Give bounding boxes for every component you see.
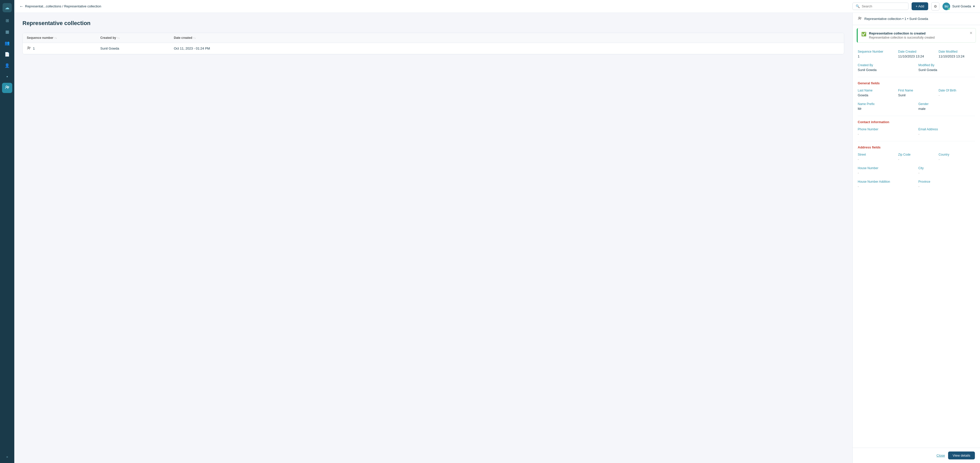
field-province: Province - xyxy=(918,180,975,188)
field-house-number: House Number - xyxy=(858,166,915,175)
meta-fields-row-2: Created By Sunil Gowda Modified By Sunil… xyxy=(858,63,975,72)
data-table: Sequence number ↑↓ Created by ↑↓ Date cr… xyxy=(22,33,844,54)
cell-sequence-number: 1 xyxy=(27,46,98,51)
field-label-city: City xyxy=(918,166,975,170)
field-value-first-name: Sunil xyxy=(898,93,934,97)
field-house-number-addition: House Number Addition - xyxy=(858,180,915,188)
sidebar-item-chart[interactable]: ▦ xyxy=(2,27,12,37)
back-button[interactable]: ← Representat...collections / Representa… xyxy=(19,4,101,9)
sidebar-item-dashboard[interactable]: ⊞ xyxy=(2,15,12,26)
field-value-date-modified: 11/10/2023 13:24 xyxy=(939,54,975,58)
sidebar: ☁ ⊞ ▦ 👥 📄 👤 ▪ » xyxy=(0,0,14,463)
user-name: Sunil Gowda xyxy=(952,4,971,8)
field-label-phone-number: Phone Number xyxy=(858,128,915,131)
table-row[interactable]: 1 Sunil Gowda Oct 11, 2023 - 01:24 PM xyxy=(23,43,844,54)
field-value-date-created: 11/10/2023 13:24 xyxy=(898,54,934,58)
sort-icon-sequence[interactable]: ↑↓ xyxy=(54,37,57,39)
app-logo[interactable]: ☁ xyxy=(3,3,12,12)
field-value-last-name: Gowda xyxy=(858,93,894,97)
close-button[interactable]: Close xyxy=(937,453,945,457)
field-value-house-number: - xyxy=(858,171,915,175)
field-value-province: - xyxy=(918,185,975,188)
content-split: Representative collection Sequence numbe… xyxy=(14,13,980,463)
search-bar[interactable]: 🔍 xyxy=(852,3,908,10)
dashboard-icon: ⊞ xyxy=(6,18,9,23)
svg-point-5 xyxy=(860,18,861,18)
field-label-date-modified: Date Modified xyxy=(939,50,975,53)
representative-icon xyxy=(5,85,10,91)
field-label-house-number-addition: House Number Addition xyxy=(858,180,915,184)
sidebar-item-person[interactable]: 👤 xyxy=(2,60,12,70)
field-last-name: Last Name Gowda xyxy=(858,89,894,97)
general-fields-row-2: Name Prefix Mr Gender male xyxy=(858,102,975,111)
field-email-address: Email Address - xyxy=(918,128,975,136)
panel-header-title: Representative collection • 1 • Sunil Go… xyxy=(864,17,928,21)
settings-button[interactable]: ⚙ xyxy=(931,2,939,11)
sidebar-expand-bottom[interactable]: » xyxy=(2,454,12,460)
field-value-phone-number: - xyxy=(858,132,915,136)
field-first-name: First Name Sunil xyxy=(898,89,934,97)
field-sequence-number: Sequence Number 1 xyxy=(858,50,894,58)
settings-icon: ⚙ xyxy=(934,4,937,8)
chart-icon: ▦ xyxy=(5,29,9,34)
address-fields-row-1: Street - Zip Code - Country - xyxy=(858,153,975,161)
sidebar-item-data[interactable]: ▪ xyxy=(2,72,12,82)
users-icon: 👥 xyxy=(5,41,10,45)
sort-icon-date-created[interactable]: ↑↓ xyxy=(193,37,196,39)
field-label-created-by: Created By xyxy=(858,63,915,67)
field-date-modified: Date Modified 11/10/2023 13:24 xyxy=(939,50,975,58)
toast-content: Representative collection is created Rep… xyxy=(869,32,972,39)
contact-fields-row: Phone Number - Email Address - xyxy=(858,128,975,136)
field-value-house-number-addition: - xyxy=(858,185,915,188)
th-date-created: Date created ↑↓ xyxy=(174,36,245,40)
field-value-email-address: - xyxy=(918,132,975,136)
svg-point-2 xyxy=(28,47,29,48)
field-date-created: Date Created 11/10/2023 13:24 xyxy=(898,50,934,58)
sidebar-item-users[interactable]: 👥 xyxy=(2,38,12,48)
user-menu[interactable]: SU Sunil Gowda ▾ xyxy=(942,3,975,10)
field-value-created-by: Sunil Gowda xyxy=(858,68,915,72)
meta-fields-row-1: Sequence Number 1 Date Created 11/10/202… xyxy=(858,50,975,58)
sort-icon-created-by[interactable]: ↑↓ xyxy=(117,37,120,39)
field-value-city: - xyxy=(918,171,975,175)
back-arrow-icon: ← xyxy=(19,4,24,9)
field-label-gender: Gender xyxy=(918,102,975,106)
svg-point-1 xyxy=(8,86,9,88)
toast-subtitle: Representative collection is successfull… xyxy=(869,36,972,39)
cell-created-by: Sunil Gowda xyxy=(100,46,172,50)
th-extra xyxy=(247,36,840,40)
field-value-zip-code: - xyxy=(898,157,934,161)
sidebar-item-documents[interactable]: 📄 xyxy=(2,49,12,59)
field-created-by: Created By Sunil Gowda xyxy=(858,63,915,72)
data-icon: ▪ xyxy=(6,74,8,79)
main-wrapper: ← Representat...collections / Representa… xyxy=(14,0,980,463)
section-title-address: Address fields xyxy=(858,145,975,149)
sidebar-item-representative[interactable] xyxy=(2,83,12,93)
divider-address xyxy=(858,141,975,141)
field-date-of-birth: Date Of Birth - xyxy=(939,89,975,97)
topbar: ← Representat...collections / Representa… xyxy=(14,0,980,13)
svg-point-3 xyxy=(29,47,30,48)
toast-success-icon: ✅ xyxy=(861,32,866,37)
field-label-sequence-number: Sequence Number xyxy=(858,50,894,53)
table-header: Sequence number ↑↓ Created by ↑↓ Date cr… xyxy=(23,33,844,43)
divider-general xyxy=(858,77,975,77)
general-fields-row-1: Last Name Gowda First Name Sunil Date Of… xyxy=(858,89,975,97)
field-value-street: - xyxy=(858,157,894,161)
field-phone-number: Phone Number - xyxy=(858,128,915,136)
field-modified-by: Modified By Sunil Gowda xyxy=(918,63,975,72)
online-indicator xyxy=(948,8,950,10)
panel-footer: Close View details xyxy=(853,448,980,463)
search-icon: 🔍 xyxy=(856,4,860,8)
view-details-button[interactable]: View details xyxy=(948,452,975,460)
toast-title: Representative collection is created xyxy=(869,32,972,35)
add-button[interactable]: + Add xyxy=(912,2,928,10)
main-panel: Representative collection Sequence numbe… xyxy=(14,13,852,463)
row-person-icon xyxy=(27,46,31,51)
documents-icon: 📄 xyxy=(5,52,10,57)
toast-close-button[interactable]: ✕ xyxy=(969,31,973,35)
search-input[interactable] xyxy=(862,4,905,8)
field-value-name-prefix: Mr xyxy=(858,107,915,111)
th-sequence-number: Sequence number ↑↓ xyxy=(27,36,98,40)
field-label-street: Street xyxy=(858,153,894,156)
